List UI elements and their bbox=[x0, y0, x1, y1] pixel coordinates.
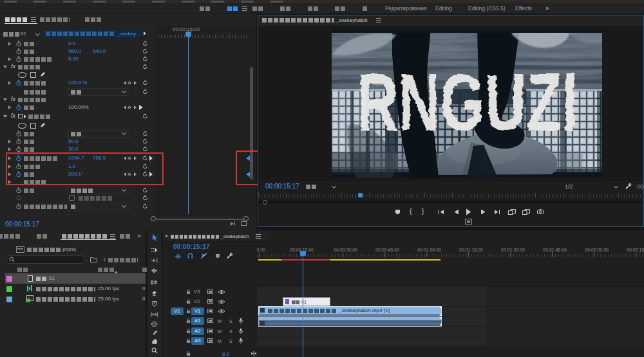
svg-text:RNGUZI: RNGUZI bbox=[356, 55, 577, 147]
